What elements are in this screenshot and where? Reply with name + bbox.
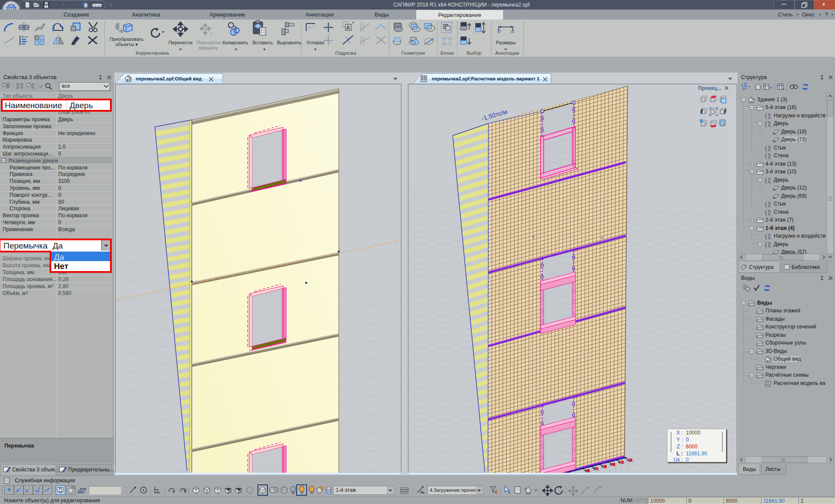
- svg-text:Ux :: Ux :: [674, 457, 683, 463]
- svg-text:0: 0: [686, 437, 689, 443]
- svg-text:A: A: [346, 25, 350, 31]
- svg-text:X :: X :: [676, 430, 683, 436]
- svg-text:6000: 6000: [686, 444, 698, 450]
- svg-text:Проекц...: Проекц...: [698, 85, 721, 91]
- svg-text:Z :: Z :: [677, 444, 683, 450]
- svg-text:L :: L :: [677, 451, 683, 457]
- svg-text:11661.90: 11661.90: [686, 451, 707, 457]
- svg-text:0: 0: [686, 457, 689, 463]
- svg-text:Y :: Y :: [677, 437, 683, 443]
- svg-text:№: №: [420, 490, 424, 494]
- svg-text:10000: 10000: [686, 430, 701, 436]
- svg-text:x: x: [170, 488, 172, 492]
